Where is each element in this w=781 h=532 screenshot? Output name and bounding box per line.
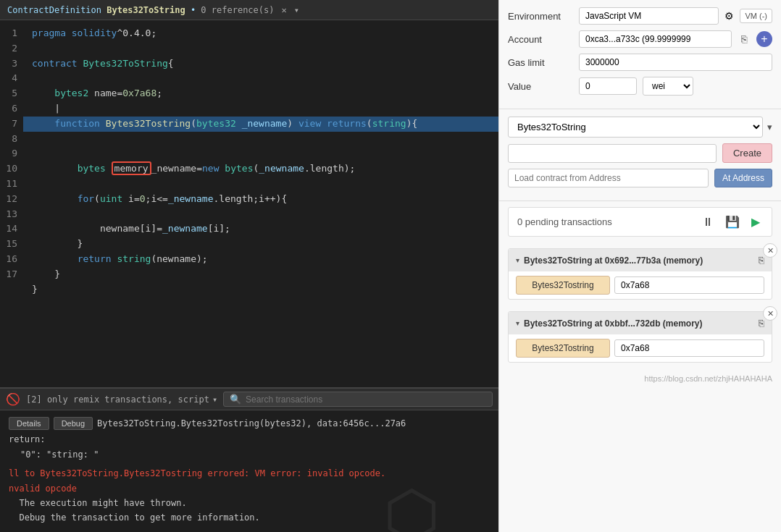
- close-contract-2-button[interactable]: ✕: [763, 306, 777, 321]
- log-entry-1: Details Debug Bytes32ToString.Bytes32Tos…: [9, 416, 490, 431]
- bytes32tostring-fn-1-button[interactable]: Bytes32Tostring: [516, 276, 610, 295]
- function-row-1: Bytes32Tostring: [509, 271, 772, 299]
- deployed-header-1: ▾ Bytes32ToString at 0x692...77b3a (memo…: [509, 249, 772, 271]
- create-button[interactable]: Create: [722, 143, 772, 163]
- close-icon[interactable]: ✕: [282, 5, 287, 15]
- clear-icon[interactable]: 🚫: [6, 392, 20, 406]
- copy-contract-2-button[interactable]: ⎘: [759, 318, 764, 329]
- memory-highlight: memory: [112, 161, 151, 175]
- copy-contract-1-button[interactable]: ⎘: [759, 255, 764, 266]
- at-address-button[interactable]: At Address: [714, 169, 772, 187]
- log-entry-error-1: ll to Bytes32ToString.Bytes32Tostring er…: [9, 466, 490, 481]
- pending-transactions-row: 0 pending transactions ⏸ 💾 ▶: [508, 207, 772, 237]
- filter-label: [2] only remix transactions, script: [26, 394, 209, 405]
- code-editor[interactable]: 12345 678910 1112131415 1617 pragma soli…: [0, 20, 498, 387]
- environment-label: Environment: [508, 11, 573, 22]
- console-panel: 🚫 [2] only remix transactions, script ▾ …: [0, 387, 498, 532]
- contract-section: Bytes32ToString ▾ Create At Address: [499, 109, 781, 201]
- vm-icon: ⚙: [724, 10, 734, 22]
- log-entry-2: return:: [9, 432, 490, 447]
- console-output: ⬡ Details Debug Bytes32ToString.Bytes32T…: [0, 410, 498, 532]
- expand-contract-1-icon[interactable]: ▾: [516, 256, 519, 264]
- vm-button[interactable]: VM (-): [740, 9, 772, 23]
- log-entry-error-4: Debug the transaction to get more inform…: [9, 510, 490, 525]
- copy-account-button[interactable]: ⎘: [738, 31, 751, 47]
- deployed-contract-2: ✕ ▾ Bytes32ToString at 0xbbf...732db (me…: [508, 311, 772, 363]
- editor-header-text: ContractDefinition Bytes32ToString • 0 r…: [7, 5, 275, 15]
- account-input[interactable]: [579, 30, 732, 48]
- chevron-down-icon[interactable]: ▾: [294, 5, 299, 15]
- search-input[interactable]: [246, 394, 486, 405]
- load-address-input[interactable]: [508, 169, 709, 187]
- deploy-args-input[interactable]: [508, 144, 717, 163]
- close-contract-1-button[interactable]: ✕: [763, 243, 777, 258]
- pending-label: 0 pending transactions: [517, 216, 693, 227]
- deployed-header-2: ▾ Bytes32ToString at 0xbbf...732db (memo…: [509, 312, 772, 334]
- csdn-watermark: https://blog.csdn.net/zhjHAHAHAHA: [499, 368, 781, 389]
- add-account-button[interactable]: +: [756, 31, 772, 47]
- filter-chevron-icon: ▾: [212, 394, 217, 405]
- run-panel: Environment ⚙ VM (-) Account ⎘ + Gas lim…: [498, 0, 781, 532]
- code-content[interactable]: pragma solidity^0.4.0; contract Bytes32T…: [23, 20, 498, 387]
- fn-result-1-input[interactable]: [614, 276, 764, 294]
- play-button[interactable]: ▶: [748, 214, 763, 230]
- chevron-down-icon: ▾: [767, 122, 772, 132]
- console-filter[interactable]: [2] only remix transactions, script ▾: [26, 394, 217, 405]
- console-toolbar: 🚫 [2] only remix transactions, script ▾ …: [0, 389, 498, 410]
- details-button[interactable]: Details: [9, 417, 49, 430]
- bytes32tostring-fn-2-button[interactable]: Bytes32Tostring: [516, 339, 610, 358]
- log-entry-error-3: The execution might have thrown.: [9, 496, 490, 510]
- line-numbers: 12345 678910 1112131415 1617: [0, 20, 23, 387]
- editor-header: ContractDefinition Bytes32ToString • 0 r…: [0, 0, 498, 20]
- search-box[interactable]: 🔍: [223, 392, 493, 407]
- pause-button[interactable]: ⏸: [699, 214, 717, 230]
- value-input[interactable]: [579, 77, 637, 95]
- log-entry-error-2: nvalid opcode: [9, 481, 490, 496]
- value-label: Value: [508, 81, 573, 92]
- gas-limit-input[interactable]: [579, 54, 772, 71]
- debug-button[interactable]: Debug: [54, 417, 93, 430]
- log-entry-3: "0": "string: ": [9, 447, 490, 462]
- save-button[interactable]: 💾: [722, 214, 743, 230]
- account-label: Account: [508, 34, 573, 45]
- environment-input[interactable]: [579, 7, 719, 25]
- gas-limit-label: Gas limit: [508, 57, 573, 68]
- value-unit-select[interactable]: wei gwei ether: [643, 77, 693, 96]
- deployed-contract-1: ✕ ▾ Bytes32ToString at 0x692...77b3a (me…: [508, 248, 772, 300]
- contract-select[interactable]: Bytes32ToString: [508, 117, 763, 138]
- environment-section: Environment ⚙ VM (-) Account ⎘ + Gas lim…: [499, 0, 781, 109]
- deployed-title-1: Bytes32ToString at 0x692...77b3a (memory…: [524, 256, 754, 266]
- fn-result-2-input[interactable]: [614, 339, 764, 357]
- expand-contract-2-icon[interactable]: ▾: [516, 319, 519, 327]
- deployed-title-2: Bytes32ToString at 0xbbf...732db (memory…: [524, 318, 754, 329]
- function-row-2: Bytes32Tostring: [509, 334, 772, 362]
- search-icon: 🔍: [230, 394, 241, 405]
